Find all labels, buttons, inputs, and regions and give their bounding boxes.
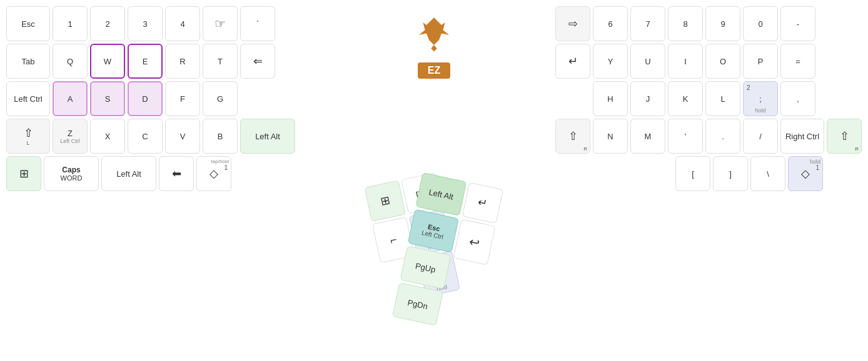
key-3[interactable]: 3 <box>128 6 163 41</box>
key-f[interactable]: F <box>165 81 200 116</box>
key-semicolon[interactable]: 2 ; hold <box>743 81 778 116</box>
key-equals[interactable]: = <box>780 44 815 79</box>
key-u[interactable]: U <box>630 44 665 79</box>
left-row-0: Esc 1 2 3 4 ☞ ` <box>6 6 295 41</box>
key-slash[interactable]: / <box>743 119 778 154</box>
key-1[interactable]: 1 <box>53 6 88 41</box>
key-esc-left-ctrl[interactable]: Esc Left Ctrl <box>408 209 459 253</box>
key-rbracket[interactable]: ] <box>713 156 748 191</box>
key-hand[interactable]: ☞ <box>203 6 238 41</box>
key-a[interactable]: A <box>53 81 88 116</box>
key-e[interactable]: E <box>128 44 163 79</box>
key-9[interactable]: 9 <box>705 6 740 41</box>
key-x[interactable]: X <box>90 119 125 154</box>
logo-spacer <box>363 6 488 191</box>
key-g[interactable]: G <box>203 81 238 116</box>
key-n[interactable]: N <box>593 119 628 154</box>
key-curved-arrow[interactable]: ↩ <box>453 219 496 265</box>
key-c[interactable]: C <box>128 119 163 154</box>
key-b[interactable]: B <box>203 119 238 154</box>
key-left-shift[interactable]: ⇧ L <box>6 119 50 154</box>
key-minus[interactable]: - <box>780 6 815 41</box>
key-right-ctrl[interactable]: Right Ctrl <box>780 119 824 154</box>
key-4[interactable]: 4 <box>165 6 200 41</box>
left-row-2: Left Ctrl A S D F G <box>6 81 295 116</box>
key-6[interactable]: 6 <box>593 6 628 41</box>
key-backtick[interactable]: ` <box>240 6 275 41</box>
key-o[interactable]: O <box>705 44 740 79</box>
key-d[interactable]: D <box>128 81 163 116</box>
thumb-clusters: ⊞ ⌐ Del Home 2 hold End 7 hold Left <box>0 179 868 320</box>
key-lbracket[interactable]: [ <box>675 156 710 191</box>
key-p[interactable]: P <box>743 44 778 79</box>
key-backslash[interactable]: \ <box>750 156 785 191</box>
key-j[interactable]: J <box>630 81 665 116</box>
key-q[interactable]: Q <box>53 44 88 79</box>
key-apostrophe[interactable]: ' <box>668 119 703 154</box>
left-row-3: ⇧ L ZLeft Ctrl X C V B Left Alt <box>6 119 295 154</box>
left-half: Esc 1 2 3 4 ☞ ` Tab Q W E R T ⇐ Left Ctr… <box>6 6 295 191</box>
right-row-3: ⇧ R N M ' . / Right Ctrl ⇧ R <box>555 119 862 154</box>
key-enter-thumb-r[interactable]: ↵ <box>462 182 503 224</box>
key-m[interactable]: M <box>630 119 665 154</box>
key-r[interactable]: R <box>165 44 200 79</box>
key-left-alt-4[interactable]: Left Alt <box>101 156 156 191</box>
key-8[interactable]: 8 <box>668 6 703 41</box>
key-enter-r[interactable]: ↵ <box>555 44 590 79</box>
right-row-4: [ ] \ hold 1 ◇ <box>555 156 862 191</box>
key-win-left[interactable]: ⊞ <box>6 156 41 191</box>
key-z[interactable]: ZLeft Ctrl <box>53 119 88 154</box>
keyboard-layout: EZ Esc 1 2 3 4 ☞ ` Tab Q W E R T <box>0 0 868 361</box>
key-diamond-taphold[interactable]: tap/hold 1 ◇ <box>196 156 231 191</box>
key-arrow-left-4[interactable]: ⬅ <box>159 156 194 191</box>
key-t[interactable]: T <box>203 44 238 79</box>
right-row-2: H J K L 2 ; hold , <box>555 81 862 116</box>
key-right-shift-green[interactable]: ⇧ R <box>827 119 862 154</box>
key-w[interactable]: W <box>90 44 125 79</box>
key-esc[interactable]: Esc <box>6 6 50 41</box>
left-row-1: Tab Q W E R T ⇐ <box>6 44 295 79</box>
right-row-0: ⇨ 6 7 8 9 0 - <box>555 6 862 41</box>
key-i[interactable]: I <box>668 44 703 79</box>
key-left-ctrl[interactable]: Left Ctrl <box>6 81 50 116</box>
key-tab[interactable]: Tab <box>6 44 50 79</box>
key-y[interactable]: Y <box>593 44 628 79</box>
key-0[interactable]: 0 <box>743 6 778 41</box>
left-row-4: ⊞ Caps WORD Left Alt ⬅ tap/hold 1 ◇ <box>6 156 295 191</box>
key-caps-word[interactable]: Caps WORD <box>44 156 99 191</box>
key-s[interactable]: S <box>90 81 125 116</box>
key-7[interactable]: 7 <box>630 6 665 41</box>
key-l[interactable]: L <box>705 81 740 116</box>
right-row-1: ↵ Y U I O P = <box>555 44 862 79</box>
key-v[interactable]: V <box>165 119 200 154</box>
right-half: ⇨ 6 7 8 9 0 - ↵ Y U I O P = H <box>555 6 862 191</box>
key-k[interactable]: K <box>668 81 703 116</box>
key-backspace-left[interactable]: ⇐ <box>240 44 275 79</box>
key-pgup[interactable]: PgUp <box>400 245 451 289</box>
key-win-thumb[interactable]: ⊞ <box>365 180 406 221</box>
key-rbracket-hold[interactable]: hold 1 ◇ <box>788 156 823 191</box>
key-forward-arrow[interactable]: ⇨ <box>555 6 590 41</box>
key-h[interactable]: H <box>593 81 628 116</box>
key-comma-r[interactable]: , <box>780 81 815 116</box>
key-left-alt-3[interactable]: Left Alt <box>240 119 295 154</box>
key-period[interactable]: . <box>705 119 740 154</box>
key-2[interactable]: 2 <box>90 6 125 41</box>
key-right-shift[interactable]: ⇧ R <box>555 119 590 154</box>
